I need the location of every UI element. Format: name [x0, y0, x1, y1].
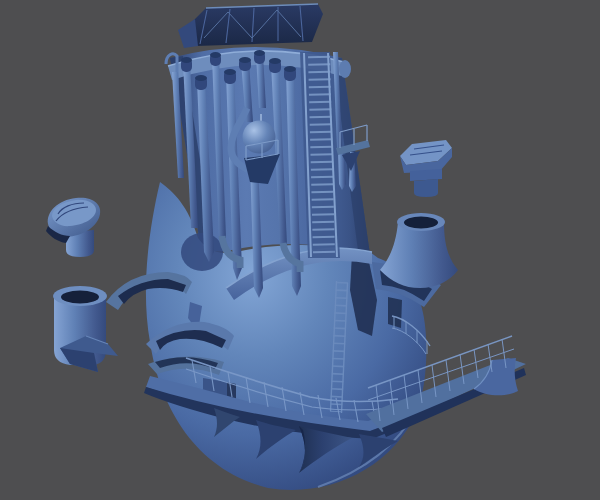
funnel-model-render [0, 0, 600, 500]
render-viewport [0, 0, 600, 500]
